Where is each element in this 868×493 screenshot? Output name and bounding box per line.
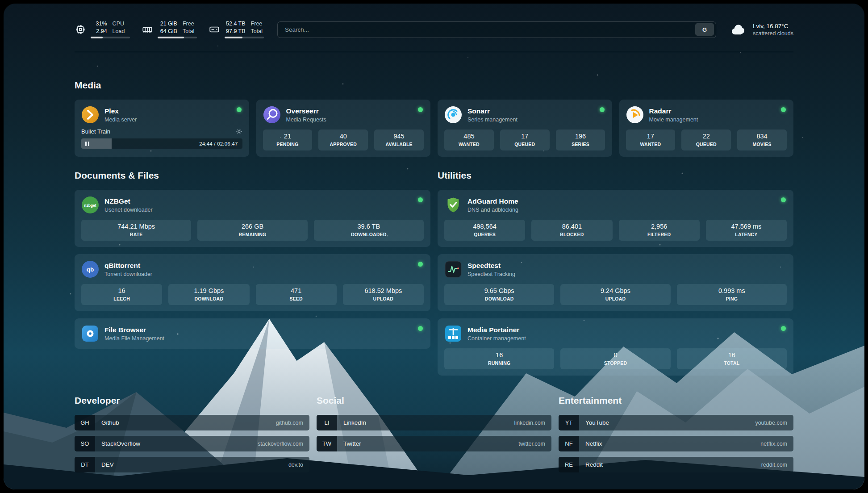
stat-box: 1.19 Gbps DOWNLOAD [168,284,249,305]
bookmark-linkedin[interactable]: LI LinkedIn linkedin.com [317,415,551,430]
stream-settings-icon[interactable] [236,128,242,135]
ram-icon [142,24,153,35]
service-name: Media Portainer [467,326,526,334]
service-subtitle: DNS and adblocking [467,207,518,213]
stat-value: 0 [562,351,668,359]
stat-label: REMAINING [199,232,305,237]
bookmark-dev[interactable]: DT DEV dev.to [75,457,309,472]
stat-box: 40 APPROVED [318,130,368,150]
adguard-icon [444,196,462,214]
card-portainer[interactable]: Media Portainer Container management 16 … [438,318,793,376]
stat-value: 21 [265,133,311,140]
stat-box: 17 QUEUED [500,130,550,150]
card-filebrowser[interactable]: File Browser Media File Management [75,318,430,349]
service-name: Speedtest [467,262,515,270]
stat-box: 22 QUEUED [681,130,731,150]
bookmark-reddit[interactable]: RE Reddit reddit.com [559,457,793,472]
section-documents: Documents & Files nzbget NZBGet [75,170,430,349]
disk-free-label: Free [251,21,264,28]
cpu-label: CPU [113,21,130,28]
now-playing-title: Bullet Train [81,128,110,135]
stat-label: LEECH [83,296,160,301]
top-bar: 31% CPU 2.94 Load [75,21,793,38]
stat-label: QUEUED [683,142,729,147]
memory-free-label: Free [183,21,197,28]
memory-total: 64 GiB [158,28,177,35]
stat-value: 39.6 TB [316,223,422,230]
speedtest-icon [444,260,462,278]
stat-label: SERIES [558,142,604,147]
disk-total: 97.9 TB [225,28,246,35]
card-speedtest[interactable]: Speedtest Speedtest Tracking 9.65 Gbps D… [438,254,793,311]
bookmark-name: DEV [95,457,288,472]
pause-button[interactable] [84,141,90,147]
stat-value: 16 [679,351,785,359]
bookmark-netflix[interactable]: NF Netflix netflix.com [559,436,793,451]
stat-box: 16 LEECH [81,284,162,305]
bookmark-name: YouTube [579,415,755,430]
service-name: Plex [104,107,137,115]
search-provider-button[interactable]: G [695,23,714,36]
bookmark-name: LinkedIn [337,415,514,430]
stat-value: 945 [376,133,422,140]
service-subtitle: Movie management [649,117,698,123]
stat-label: PING [679,296,785,301]
resource-widgets: 31% CPU 2.94 Load [75,21,264,38]
memory-progress-track [158,37,197,38]
bookmark-twitter[interactable]: TW Twitter twitter.com [317,436,551,451]
card-adguard[interactable]: AdGuard Home DNS and adblocking 498,564 … [438,190,793,247]
service-name: Sonarr [467,107,517,115]
service-name: NZBGet [104,197,153,205]
sonarr-icon [444,106,462,124]
card-radarr[interactable]: Radarr Movie management 17 WANTED 22 QUE… [619,100,794,157]
bookmark-abbr: YT [559,415,579,430]
stat-label: UPLOAD [345,296,422,301]
stat-label: STOPPED [562,360,668,366]
bookmark-name: Github [95,415,276,430]
search-bar: G [277,21,716,38]
cpu-percent: 31% [91,21,107,28]
stat-box: 0 STOPPED [560,348,670,369]
card-sonarr[interactable]: Sonarr Series management 485 WANTED 17 Q… [438,100,612,157]
stat-value: 17 [502,133,548,140]
bookmark-name: Reddit [579,457,761,472]
cpu-load-label: Load [113,28,130,35]
disk-free: 52.4 TB [225,21,246,28]
stat-value: 9.24 Gbps [562,287,668,294]
stat-box: 485 WANTED [444,130,494,150]
bookmark-name: Twitter [337,436,518,451]
bookmark-name: Netflix [579,436,760,451]
stat-box: 945 AVAILABLE [374,130,424,150]
bookmark-youtube[interactable]: YT YouTube youtube.com [559,415,793,430]
service-subtitle: Media File Management [104,335,164,342]
stat-value: 618.52 Mbps [345,287,422,294]
section-title-developer: Developer [75,395,309,406]
service-subtitle: Series management [467,117,517,123]
service-name: qBittorrent [104,262,152,270]
stat-value: 16 [446,351,552,359]
stat-value: 498,564 [446,223,523,230]
search-input[interactable] [280,26,695,33]
stat-value: 40 [320,133,366,140]
svg-text:nzbget: nzbget [84,203,96,208]
bookmark-domain: github.com [276,415,309,430]
stat-box: 471 SEED [256,284,337,305]
bookmark-abbr: TW [317,436,337,451]
stat-value: 485 [446,133,492,140]
bookmark-domain: reddit.com [761,457,793,472]
bookmark-github[interactable]: GH Github github.com [75,415,309,430]
service-subtitle: Speedtest Tracking [467,271,515,277]
stat-box: 9.65 Gbps DOWNLOAD [444,284,554,305]
card-qbittorrent[interactable]: qb qBittorrent Torrent downloader 16 LEE… [75,254,430,311]
weather-location: Lviv, 16.87°C [753,23,793,29]
bookmark-domain: dev.to [288,457,309,472]
card-plex[interactable]: Plex Media server Bullet Train [75,100,249,157]
card-overseerr[interactable]: Overseerr Media Requests 21 PENDING 40 A… [256,100,431,157]
service-subtitle: Usenet downloader [104,207,153,213]
bookmarks-developer: Developer GH Github github.com SO StackO… [75,395,309,472]
stat-box: 9.24 Gbps UPLOAD [560,284,670,305]
card-nzbget[interactable]: nzbget NZBGet Usenet downloader 744.21 M… [75,190,430,247]
stat-value: 22 [683,133,729,140]
bookmark-stackoverflow[interactable]: SO StackOverflow stackoverflow.com [75,436,309,451]
memory-free: 21 GiB [158,21,177,28]
